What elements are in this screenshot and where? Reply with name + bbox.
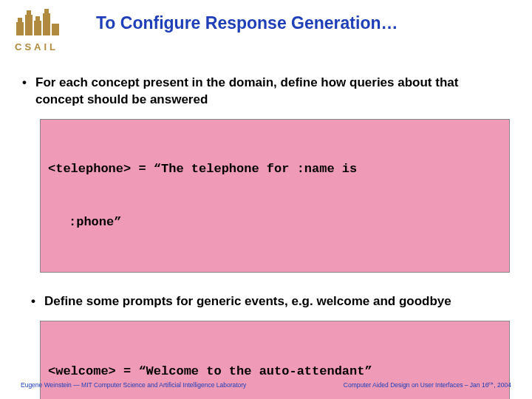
svg-rect-7 xyxy=(44,9,49,13)
footer-right: Computer Aided Design on User Interfaces… xyxy=(344,381,511,389)
svg-rect-3 xyxy=(27,10,31,15)
slide-title: To Configure Response Generation… xyxy=(96,13,398,33)
slide-content: For each concept present in the domain, … xyxy=(0,52,532,399)
slide-header: CSAIL To Configure Response Generation… xyxy=(0,0,532,52)
svg-rect-4 xyxy=(34,21,41,35)
bullet-item: Define some prompts for generic events, … xyxy=(31,293,510,310)
svg-rect-1 xyxy=(18,18,22,22)
svg-rect-2 xyxy=(25,15,33,35)
svg-rect-0 xyxy=(16,22,24,35)
svg-rect-6 xyxy=(43,13,50,35)
footer-left: Eugene Weinstein — MIT Computer Science … xyxy=(21,381,246,389)
code-line: :phone” xyxy=(48,214,502,231)
code-line: <telephone> = “The telephone for :name i… xyxy=(48,160,502,178)
slide-footer: Eugene Weinstein — MIT Computer Science … xyxy=(0,381,532,389)
svg-rect-5 xyxy=(35,16,40,21)
bullet-item: For each concept present in the domain, … xyxy=(22,75,510,109)
code-line: <welcome> = “Welcome to the auto-attenda… xyxy=(48,363,502,381)
svg-rect-8 xyxy=(52,24,59,35)
code-block: <telephone> = “The telephone for :name i… xyxy=(40,119,510,273)
logo-block: CSAIL xyxy=(15,7,66,52)
logo-text: CSAIL xyxy=(15,41,58,52)
csail-logo-icon xyxy=(15,7,66,37)
